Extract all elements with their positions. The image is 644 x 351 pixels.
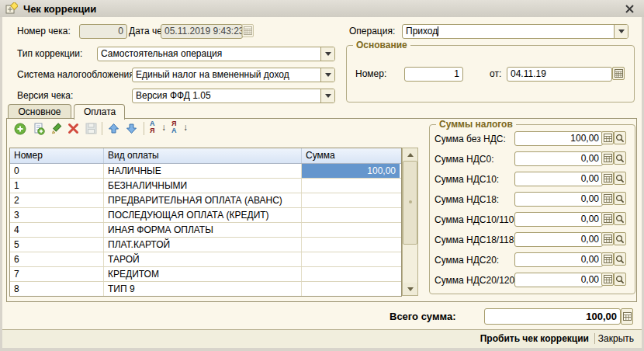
operation-label: Операция: [349,26,395,36]
close-button[interactable]: Закрыть [598,333,634,344]
correction-type-combo[interactable]: Самостоятельная операция [97,47,335,61]
tax-label: Сумма НДС10/110: [435,214,517,225]
tax-label: Сумма НДС18/118: [435,235,517,245]
magnifier-icon[interactable] [614,192,626,205]
calculator-icon[interactable] [601,232,614,245]
table-row[interactable]: 7 КРЕДИТОМ [10,267,401,282]
check-version-label: Версия чека: [17,90,73,101]
save-icon[interactable] [84,121,99,136]
table-row[interactable]: 6 ТАРОЙ [10,252,401,267]
delete-icon[interactable] [66,121,81,136]
column-header-sum[interactable]: Сумма [302,148,400,163]
tax-field[interactable]: 0,00 [514,151,603,166]
magnifier-icon[interactable] [614,232,626,245]
tax-label: Сумма без НДС: [435,134,506,144]
table-row[interactable]: 1 БЕЗНАЛИЧНЫМИ [10,179,401,193]
calculator-icon[interactable] [601,192,614,205]
total-calculator-icon[interactable] [621,308,633,325]
footer-bar: Пробить чек коррекции Закрыть [2,329,642,348]
table-header: Номер Вид оплаты Сумма [10,148,401,164]
close-icon[interactable] [622,2,636,16]
table-row[interactable]: 3 ПОСЛЕДУЮЩАЯ ОПЛАТА (КРЕДИТ) [10,208,401,223]
taxes-group-title: Суммы налогов [436,119,516,130]
tax-field[interactable]: 0,00 [514,252,603,267]
table-scrollbar[interactable] [402,148,418,296]
calculator-icon[interactable] [601,273,614,286]
add-copy-icon[interactable] [31,121,46,136]
magnifier-icon[interactable] [614,151,626,165]
calculator-icon[interactable] [601,212,614,225]
add-icon[interactable] [12,121,27,136]
scroll-up-icon[interactable] [403,148,417,161]
operation-value: Приход [406,26,438,36]
basis-from-label: от: [490,68,501,79]
toolbar-separator [102,122,102,135]
tax-label: Сумма НДС10: [435,174,499,185]
operation-combo[interactable]: Приход [402,24,628,39]
payments-table: Номер Вид оплаты Сумма 0 НАЛИЧНЫЕ 100,00… [9,148,402,297]
check-date-field[interactable]: 05.11.2019 9:43:23 [161,24,243,39]
selected-cell[interactable]: 100,00 [302,164,400,178]
tax-field[interactable]: 0,00 [514,212,603,227]
tax-system-label: Система налогообложения: [17,69,137,80]
table-row[interactable]: 0 НАЛИЧНЫЕ 100,00 [10,164,401,179]
basis-number-field[interactable]: 1 [404,67,463,82]
table-row[interactable]: 4 ИНАЯ ФОРМА ОПЛАТЫ [10,223,401,238]
tax-field[interactable]: 100,00 [514,131,603,146]
check-date-calendar-icon[interactable] [241,24,254,37]
window-icon [5,2,18,15]
calculator-icon[interactable] [601,131,614,144]
basis-number-label: Номер: [355,68,386,79]
correction-type-dropdown-icon[interactable] [320,47,334,61]
basis-date-field[interactable]: 04.11.19 [507,67,612,82]
calculator-icon[interactable] [601,252,614,266]
submit-check-button[interactable]: Пробить чек коррекции [480,333,589,344]
edit-icon[interactable] [49,121,64,136]
magnifier-icon[interactable] [614,212,626,225]
scroll-down-icon[interactable] [403,283,417,295]
scrollbar-thumb[interactable] [403,161,417,245]
tax-label: Сумма НДС20: [435,255,499,266]
tax-label: Сумма НДС20/120: [435,275,518,286]
title-bar: Чек коррекции [0,0,644,17]
tax-label: Сумма НДС18: [435,194,499,205]
magnifier-icon[interactable] [614,131,626,144]
calculator-icon[interactable] [601,172,614,185]
calculator-icon[interactable] [601,151,614,165]
column-header-payment-type[interactable]: Вид оплаты [104,148,302,163]
table-row[interactable]: 2 ПРЕДВАРИТЕЛЬНАЯ ОПЛАТА (АВАНС) [10,193,401,208]
tax-system-dropdown-icon[interactable] [320,68,334,82]
tab-main[interactable]: Основное [8,104,71,119]
total-field[interactable]: 100,00 [484,308,621,325]
tax-system-combo[interactable]: Единый налог на вмененный доход [132,68,335,82]
move-down-icon[interactable] [124,121,139,136]
sort-descending-icon[interactable]: Я А ↓ [171,120,189,136]
check-number-label: Номер чека: [17,26,71,36]
magnifier-icon[interactable] [614,172,626,185]
operation-dropdown-icon[interactable] [614,25,628,38]
basis-group-title: Основание [353,40,410,50]
table-row[interactable]: 5 ПЛАТ.КАРТОЙ [10,238,401,252]
tax-field[interactable]: 0,00 [514,273,603,287]
check-version-combo[interactable]: Версия ФФД 1.05 [132,89,335,103]
tax-field[interactable]: 0,00 [514,192,603,207]
window-title: Чек коррекции [23,3,96,15]
tab-payment[interactable]: Оплата [74,104,125,120]
sort-ascending-icon[interactable]: А Я ↓ [149,120,168,136]
toolbar-separator [144,122,144,135]
text-cursor [438,26,438,36]
tax-field[interactable]: 0,00 [514,172,603,186]
move-up-icon[interactable] [106,121,121,136]
check-number-field[interactable]: 0 [79,24,127,39]
tax-field[interactable]: 0,00 [514,232,603,247]
basis-date-calendar-icon[interactable] [612,67,625,80]
tax-label: Сумма НДС0: [435,154,494,165]
correction-type-label: Тип коррекции: [17,48,82,59]
check-version-dropdown-icon[interactable] [320,89,334,103]
footer-divider [594,333,595,344]
magnifier-icon[interactable] [614,252,626,266]
magnifier-icon[interactable] [614,273,626,286]
column-header-number[interactable]: Номер [10,148,104,163]
table-row[interactable]: 8 ТИП 9 [10,282,401,296]
taxes-group: Суммы налогов [429,124,635,294]
